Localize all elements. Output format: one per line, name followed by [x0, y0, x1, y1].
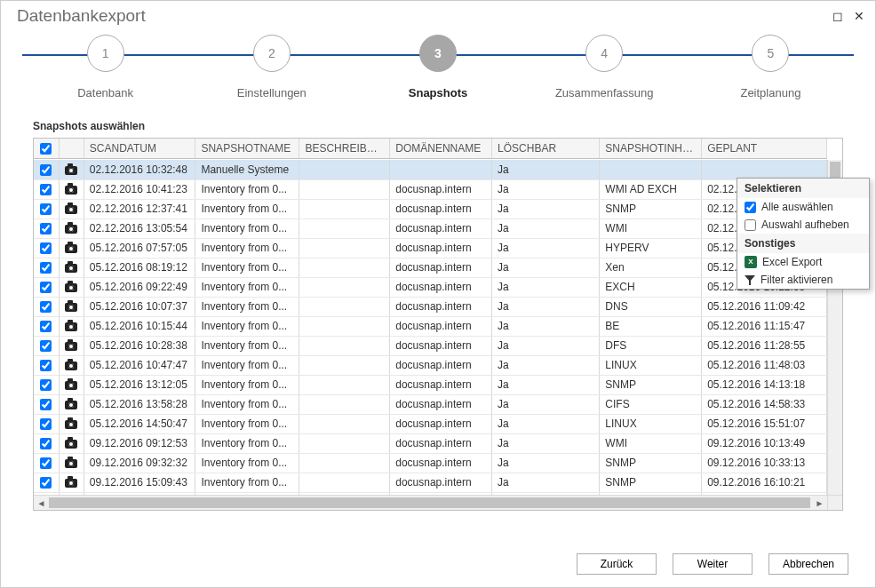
- table-row[interactable]: 09.12.2016 15:09:43 Inventory from 0... …: [34, 473, 827, 492]
- cell-geplant: 05.12.2016 11:48:03: [702, 355, 827, 375]
- select-all-checkbox[interactable]: [40, 143, 52, 155]
- table-row[interactable]: 05.12.2016 10:07:37 Inventory from 0... …: [34, 297, 827, 316]
- table-row[interactable]: 05.12.2016 07:57:05 Inventory from 0... …: [34, 238, 827, 258]
- table-row[interactable]: 02.12.2016 10:41:23 Inventory from 0... …: [34, 179, 827, 199]
- row-checkbox[interactable]: [40, 418, 52, 430]
- header-beschreibung[interactable]: BESCHREIBUNG: [299, 139, 390, 158]
- cell-geplant: 05.12.2016 14:13:18: [702, 375, 827, 394]
- row-checkbox-cell[interactable]: [34, 336, 59, 355]
- row-checkbox[interactable]: [40, 282, 52, 293]
- header-snapshotname[interactable]: SNAPSHOTNAME: [195, 139, 299, 158]
- row-checkbox-cell[interactable]: [34, 433, 59, 453]
- step-zeitplanung[interactable]: 5Zeitplanung: [688, 35, 854, 99]
- step-zusammenfassung[interactable]: 4Zusammenfassung: [522, 35, 688, 99]
- cell-snapshotinhalt: SNMP: [600, 473, 702, 492]
- row-icon-cell: [59, 375, 84, 394]
- table-row[interactable]: 09.12.2016 09:32:32 Inventory from 0... …: [34, 453, 827, 473]
- row-checkbox-cell[interactable]: [34, 258, 59, 277]
- cell-snapshotname: Inventory from 0...: [195, 316, 299, 336]
- cell-snapshotname: Inventory from 0...: [195, 277, 299, 297]
- cell-loeschbar: Ja: [492, 316, 600, 336]
- table-row[interactable]: 02.12.2016 10:32:48 Manuelle Systeme Ja: [34, 160, 827, 179]
- close-icon[interactable]: ✕: [854, 9, 864, 23]
- header-domaenenname[interactable]: DOMÄNENNAME: [390, 139, 492, 158]
- cell-domaenenname: docusnap.intern: [390, 219, 492, 238]
- step-snapshots[interactable]: 3Snapshots: [354, 35, 521, 99]
- row-checkbox[interactable]: [40, 457, 52, 469]
- cell-snapshotname: Inventory from 0...: [195, 219, 299, 238]
- context-item-filter[interactable]: Filter aktivieren: [737, 271, 869, 289]
- step-datenbank[interactable]: 1Datenbank: [22, 35, 188, 99]
- back-button[interactable]: Zurück: [577, 553, 657, 575]
- cancel-button[interactable]: Abbrechen: [768, 553, 848, 575]
- context-item-deselect[interactable]: Auswahl aufheben: [737, 216, 869, 234]
- row-checkbox[interactable]: [40, 360, 52, 371]
- row-icon-cell: [59, 355, 84, 375]
- row-checkbox-cell[interactable]: [34, 355, 59, 375]
- cell-loeschbar: Ja: [492, 219, 600, 238]
- row-checkbox-cell[interactable]: [34, 199, 59, 219]
- header-snapshotinhalt[interactable]: SNAPSHOTINHA...: [600, 139, 702, 158]
- row-checkbox[interactable]: [40, 321, 52, 332]
- row-checkbox-cell[interactable]: [34, 277, 59, 297]
- table-row[interactable]: 05.12.2016 10:47:47 Inventory from 0... …: [34, 355, 827, 375]
- row-checkbox-cell[interactable]: [34, 219, 59, 238]
- header-loeschbar[interactable]: LÖSCHBAR: [492, 139, 600, 158]
- row-checkbox-cell[interactable]: [34, 414, 59, 433]
- table-row[interactable]: 05.12.2016 13:58:28 Inventory from 0... …: [34, 394, 827, 414]
- table-row[interactable]: 09.12.2016 09:12:53 Inventory from 0... …: [34, 433, 827, 453]
- table-row[interactable]: 05.12.2016 13:12:05 Inventory from 0... …: [34, 375, 827, 394]
- horizontal-scrollbar[interactable]: ◄ ►: [34, 495, 827, 510]
- table-row[interactable]: 05.12.2016 09:22:49 Inventory from 0... …: [34, 277, 827, 297]
- header-row: SCANDATUM SNAPSHOTNAME BESCHREIBUNG DOMÄ…: [34, 139, 827, 158]
- row-checkbox[interactable]: [40, 379, 52, 391]
- row-checkbox[interactable]: [40, 164, 52, 176]
- cell-scandatum: 02.12.2016 10:41:23: [84, 179, 195, 199]
- row-checkbox[interactable]: [40, 242, 52, 254]
- cell-domaenenname: docusnap.intern: [390, 355, 492, 375]
- cell-snapshotname: Inventory from 0...: [195, 179, 299, 199]
- table-row[interactable]: 05.12.2016 10:15:44 Inventory from 0... …: [34, 316, 827, 336]
- table-row[interactable]: 05.12.2016 14:50:47 Inventory from 0... …: [34, 414, 827, 433]
- scrollbar-thumb-h[interactable]: [49, 497, 810, 508]
- table-row[interactable]: 02.12.2016 12:37:41 Inventory from 0... …: [34, 199, 827, 219]
- table-row[interactable]: 05.12.2016 10:28:38 Inventory from 0... …: [34, 336, 827, 355]
- header-checkbox-cell[interactable]: [34, 139, 59, 158]
- row-checkbox[interactable]: [40, 223, 52, 234]
- select-all-menu-checkbox[interactable]: [745, 202, 756, 213]
- row-checkbox-cell[interactable]: [34, 473, 59, 492]
- row-checkbox-cell[interactable]: [34, 160, 59, 179]
- row-checkbox-cell[interactable]: [34, 316, 59, 336]
- row-checkbox[interactable]: [40, 477, 52, 489]
- scroll-right-icon[interactable]: ►: [812, 498, 827, 508]
- cell-loeschbar: Ja: [492, 375, 600, 394]
- cell-snapshotinhalt: HYPERV: [600, 238, 702, 258]
- context-item-select-all[interactable]: Alle auswählen: [737, 198, 869, 216]
- header-geplant[interactable]: GEPLANT: [702, 139, 827, 158]
- deselect-menu-checkbox[interactable]: [745, 219, 756, 231]
- row-checkbox[interactable]: [40, 262, 52, 274]
- row-checkbox[interactable]: [40, 340, 52, 352]
- row-checkbox-cell[interactable]: [34, 179, 59, 199]
- step-einstellungen[interactable]: 2Einstellungen: [188, 35, 354, 99]
- cell-domaenenname: docusnap.intern: [390, 336, 492, 355]
- table-row[interactable]: 02.12.2016 13:05:54 Inventory from 0... …: [34, 219, 827, 238]
- row-checkbox[interactable]: [40, 399, 52, 410]
- row-checkbox-cell[interactable]: [34, 453, 59, 473]
- row-checkbox[interactable]: [40, 438, 52, 449]
- context-item-excel[interactable]: X Excel Export: [737, 253, 869, 271]
- row-icon-cell: [59, 453, 84, 473]
- row-checkbox-cell[interactable]: [34, 297, 59, 316]
- header-scandatum[interactable]: SCANDATUM: [84, 139, 195, 158]
- maximize-icon[interactable]: ◻: [832, 9, 843, 23]
- row-checkbox[interactable]: [40, 203, 52, 215]
- cell-scandatum: 02.12.2016 10:32:48: [84, 160, 195, 179]
- row-checkbox[interactable]: [40, 301, 52, 313]
- scroll-left-icon[interactable]: ◄: [34, 498, 49, 508]
- row-checkbox-cell[interactable]: [34, 238, 59, 258]
- next-button[interactable]: Weiter: [673, 553, 753, 575]
- table-row[interactable]: 05.12.2016 08:19:12 Inventory from 0... …: [34, 258, 827, 277]
- row-checkbox-cell[interactable]: [34, 375, 59, 394]
- row-checkbox[interactable]: [40, 184, 52, 195]
- row-checkbox-cell[interactable]: [34, 394, 59, 414]
